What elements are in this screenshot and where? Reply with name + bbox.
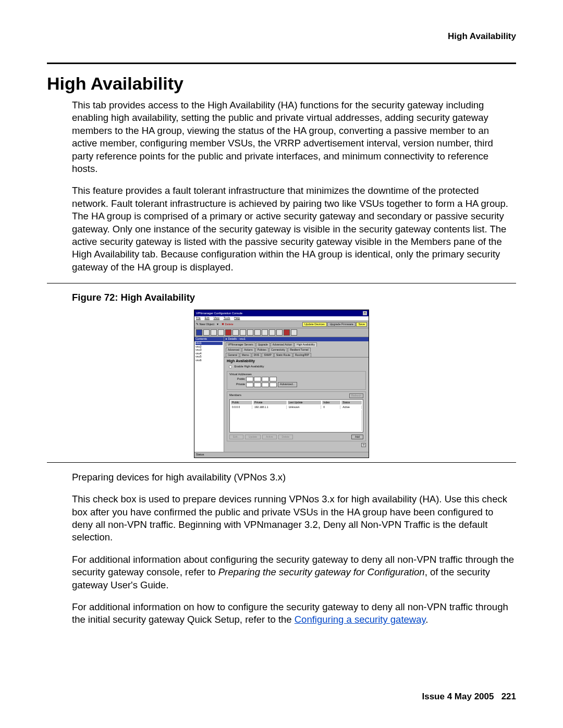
- new-object-button[interactable]: ✎ New Object ▾: [196, 323, 219, 326]
- toolbar-icon[interactable]: [196, 329, 202, 336]
- console-menubar: File Edit View Tools Help: [194, 316, 369, 321]
- paragraph-1: This tab provides access to the High Ava…: [72, 99, 516, 175]
- table-row[interactable]: 0.0.0.0 192.168.1.1 Unknown 0 Active: [231, 405, 362, 409]
- members-legend: Members: [229, 394, 241, 397]
- top-rule: [47, 63, 516, 64]
- tab[interactable]: Policies: [255, 348, 268, 352]
- va-legend: Virtual Addresses: [229, 373, 363, 376]
- menu-edit[interactable]: Edit: [204, 316, 209, 319]
- toolbar-icon[interactable]: [240, 329, 246, 336]
- menu-tools[interactable]: Tools: [224, 316, 230, 319]
- tab[interactable]: Actions: [242, 348, 254, 352]
- tab[interactable]: VPNmanager Servers: [226, 342, 255, 347]
- sidebar: Contents vsu1 vsu2 vsu3 vsu4 vsu5 vsu6: [194, 337, 224, 452]
- page-footer: Issue 4 May 2005 221: [422, 692, 516, 702]
- update-button[interactable]: Update: [245, 435, 261, 439]
- tab[interactable]: Memo: [240, 353, 251, 357]
- tabs-row: General Memo DNS SNMP Static Route Routi…: [224, 352, 369, 357]
- figure-caption: Figure 72: High Availability: [72, 292, 516, 303]
- running-header: High Availability: [47, 31, 516, 42]
- console-titlebar: VPNmanager Configuration Console ×: [194, 310, 369, 316]
- toolbar-icon[interactable]: [232, 329, 239, 336]
- tab-high-availability[interactable]: High Availability: [295, 342, 317, 347]
- details-crumb: ▸ Details - vsu1: [224, 337, 369, 341]
- refresh-button[interactable]: Refresh: [349, 393, 363, 399]
- delete-button[interactable]: ✖ Delete: [222, 323, 235, 326]
- upgrade-firmware-button[interactable]: Upgrade Firmware: [327, 322, 356, 327]
- configuring-link[interactable]: Configuring a security gateway: [295, 614, 426, 625]
- update-devices-button[interactable]: Update Devices: [302, 322, 327, 327]
- tab[interactable]: Static Route: [274, 353, 292, 357]
- active-button[interactable]: Active: [262, 435, 277, 439]
- page-title: High Availability: [47, 73, 516, 94]
- members-fieldset: Members Refresh Public Private Last Upda…: [227, 391, 366, 442]
- col-public: Public: [231, 401, 252, 404]
- tab[interactable]: General: [226, 353, 239, 357]
- ip-field[interactable]: [270, 382, 277, 387]
- console-title: VPNmanager Configuration Console: [196, 312, 242, 315]
- toolbar-icon[interactable]: [284, 329, 290, 336]
- menu-view[interactable]: View: [213, 316, 219, 319]
- col-status: Status: [341, 401, 362, 404]
- figure-wrap: VPNmanager Configuration Console × File …: [47, 310, 516, 458]
- delete-member-button[interactable]: Delete: [278, 435, 293, 439]
- paragraph-6: For additional information on how to con…: [72, 601, 516, 626]
- sidebar-header: Contents: [194, 337, 224, 341]
- paragraph-4: This check box is used to prepare device…: [72, 493, 516, 544]
- col-lastupdate: Last Update: [288, 401, 322, 404]
- advanced-button[interactable]: Advanced...: [278, 382, 297, 387]
- tab[interactable]: SNMP: [262, 353, 273, 357]
- toolbar-icon[interactable]: [269, 329, 275, 336]
- ip-field[interactable]: [246, 377, 253, 381]
- sidebar-item[interactable]: vsu6: [195, 359, 223, 362]
- enable-ha-checkbox[interactable]: [229, 365, 232, 368]
- console-window: VPNmanager Configuration Console × File …: [194, 310, 369, 458]
- icon-toolbar: [194, 328, 369, 337]
- status-bar: Status: [194, 452, 369, 458]
- help-icon[interactable]: ?: [361, 443, 366, 447]
- private-label: Private: [229, 383, 245, 386]
- paragraph-5: For additional information about configu…: [72, 553, 516, 591]
- tab[interactable]: Upgrade: [256, 342, 270, 347]
- ip-field[interactable]: [254, 377, 261, 381]
- paragraph-2: This feature provides a fault tolerant i…: [72, 184, 516, 274]
- menu-help[interactable]: Help: [234, 316, 240, 319]
- tabs-row: VPNmanager Servers Upgrade Advanced Acti…: [224, 341, 369, 347]
- tab[interactable]: Advanced: [226, 348, 241, 352]
- ip-field[interactable]: [254, 382, 261, 387]
- toolbar-icon[interactable]: [254, 329, 261, 336]
- close-icon[interactable]: ×: [363, 311, 367, 315]
- panel-title: High Availability: [227, 359, 366, 363]
- tabs-row: Advanced Actions Policies Connectivity R…: [224, 347, 369, 352]
- tab[interactable]: Routing/RIP: [293, 353, 311, 357]
- ip-field[interactable]: [262, 377, 269, 381]
- console-toolbar: ✎ New Object ▾ ✖ Delete Update Devices U…: [194, 321, 369, 329]
- save-button[interactable]: Save: [356, 322, 367, 327]
- col-index: Index: [322, 401, 340, 404]
- ip-field[interactable]: [270, 377, 277, 381]
- ip-field[interactable]: [262, 382, 269, 387]
- ip-field[interactable]: [246, 382, 253, 387]
- toolbar-icon[interactable]: [291, 329, 297, 336]
- toolbar-icon[interactable]: [225, 329, 231, 336]
- toolbar-icon[interactable]: [276, 329, 283, 336]
- enable-ha-label: Enable High Availability: [235, 365, 264, 368]
- members-table: Public Private Last Update Index Status …: [229, 399, 363, 433]
- tab[interactable]: Resilient Tunnel: [288, 348, 311, 352]
- tab[interactable]: Advanced Action: [271, 342, 294, 347]
- fig-rule-top: [47, 283, 516, 283]
- col-private: Private: [253, 401, 287, 404]
- paragraph-3: Preparing devices for high availability …: [72, 471, 516, 484]
- toolbar-icon[interactable]: [203, 329, 210, 336]
- edit-button[interactable]: Edit...: [229, 435, 243, 439]
- menu-file[interactable]: File: [196, 316, 201, 319]
- toolbar-icon[interactable]: [247, 329, 253, 336]
- add-button[interactable]: Add: [351, 435, 363, 439]
- toolbar-icon[interactable]: [262, 329, 268, 336]
- tab[interactable]: Connectivity: [269, 348, 287, 352]
- ha-panel: High Availability Enable High Availabili…: [224, 357, 369, 452]
- tab[interactable]: DNS: [252, 353, 262, 357]
- toolbar-icon[interactable]: [211, 329, 217, 336]
- virtual-addresses-fieldset: Virtual Addresses Public Private Advance…: [227, 371, 366, 390]
- toolbar-icon[interactable]: [218, 329, 224, 336]
